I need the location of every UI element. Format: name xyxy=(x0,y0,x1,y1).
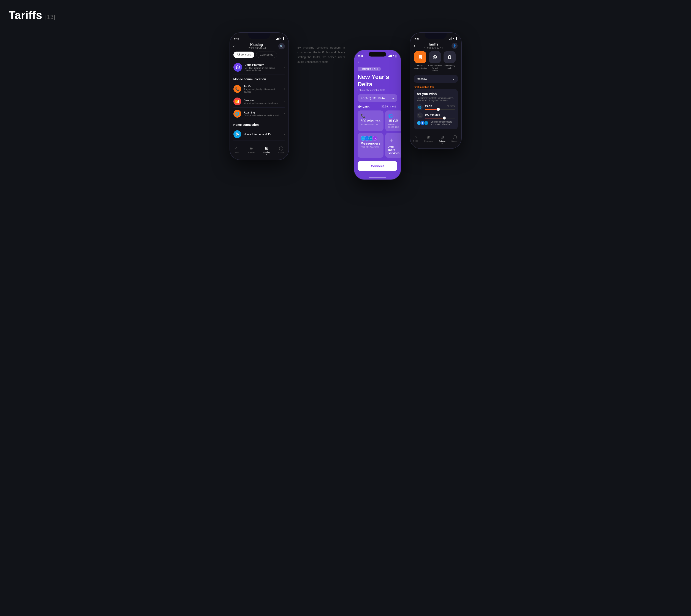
page-title: Tariffs xyxy=(9,9,42,21)
tariff-card: As you wish Customize your tariff: commu… xyxy=(414,89,458,129)
center-description: By providing complete freedom in customi… xyxy=(297,32,345,64)
tab-connected[interactable]: Connected xyxy=(256,51,277,58)
tab-row: All services Connected xyxy=(230,51,289,60)
dropdown-chevron-3: ⌄ xyxy=(453,77,455,81)
home-nav-icon-3: ⌂ xyxy=(415,135,417,139)
katalog-header-center: Katalog +7 968 330-10-44 xyxy=(247,43,266,49)
battery-icon-2: ▐ xyxy=(395,54,396,57)
premium-item[interactable]: Delta Premium 50 GB of Internet, music, … xyxy=(233,60,285,74)
messengers-card: 🐦 f ✈ +9 Messengers Pack of 12 services xyxy=(358,133,384,158)
roaming-text: Roaming On trips to Russia or around the… xyxy=(244,111,280,117)
minutes-slider-track[interactable] xyxy=(425,118,455,118)
tariffs-label: Tariffs xyxy=(244,85,281,88)
page-count: [13] xyxy=(45,14,56,20)
internet-slider-track[interactable] xyxy=(425,109,455,110)
svg-rect-4 xyxy=(448,56,451,59)
internet-icon: 🌐 xyxy=(388,113,399,118)
tariff-card-desc: Customize your tariff: communications, I… xyxy=(417,97,455,102)
phone-select[interactable]: +7 (978) 330-10-44 ⌄ xyxy=(358,94,397,102)
nav-catalog-3[interactable]: ⊞ Catalog xyxy=(439,135,445,144)
back-button-1[interactable]: ‹ xyxy=(233,44,235,48)
minutes-value: 600 minutes xyxy=(361,119,381,123)
cat-mobile-icon xyxy=(414,51,426,63)
minutes-slider-thumb[interactable] xyxy=(443,116,446,119)
list-item-home[interactable]: 📡 Home Internet and TV › xyxy=(233,128,285,140)
tariffs-icon: 📞 xyxy=(233,85,241,93)
nav-support-3[interactable]: ◯ Support xyxy=(451,135,458,144)
support-nav-icon-3: ◯ xyxy=(453,135,457,139)
bar4-3 xyxy=(452,37,452,40)
section-home-heading: Home connection xyxy=(233,120,285,128)
tariff-subtitle: Fabulously favorable tariff xyxy=(354,88,401,94)
back-button-2[interactable]: ‹ xyxy=(358,60,359,64)
messengers-label: Messengers xyxy=(361,141,381,146)
minutes-desc: All calls within CIS xyxy=(361,124,381,126)
phone-katalog: 9:41 ▾ ▐ ‹ Katalog +7 968 330-10-44 🔍 xyxy=(230,32,289,160)
bar2 xyxy=(277,38,278,40)
wifi-icon: ▾ xyxy=(280,37,281,40)
tariff-name: New Year's Delta xyxy=(354,73,401,88)
nav-indicator xyxy=(266,154,267,155)
cat-mobile-label: Mobile communication xyxy=(414,65,427,69)
bar4 xyxy=(279,37,279,40)
back-button-3[interactable]: ‹ xyxy=(414,44,415,48)
nav-expenses-1[interactable]: ◉ Expenses xyxy=(247,146,255,155)
cat-tv[interactable]: Communication, TV and Internet xyxy=(428,51,441,72)
cat-mobile[interactable]: Mobile communication xyxy=(414,51,427,72)
cat-tv-icon xyxy=(429,51,441,63)
katalog-title: Katalog xyxy=(247,43,266,47)
battery-icon-3: ▐ xyxy=(455,37,457,40)
pack-grid: 📞 600 minutes All calls within CIS 🌐 15 … xyxy=(354,110,401,158)
category-icons: Mobile communication Communication, TV a… xyxy=(410,51,461,75)
services-desc: Internet, call management and more xyxy=(244,102,278,105)
city-select[interactable]: Moscow ⌄ xyxy=(414,75,458,83)
minutes-slider-row: 📞 600 minutes xyxy=(417,112,455,118)
list-item-tariffs[interactable]: 📞 Tariffs For yourself, family, children… xyxy=(233,83,285,95)
tab-all-services[interactable]: All services xyxy=(233,51,255,58)
selected-phone: +7 (978) 330-10-44 xyxy=(361,96,385,100)
phone3-center: Tariffs +7 968 330-10-44 xyxy=(424,43,443,49)
nav-indicator-3 xyxy=(442,143,442,144)
wifi-icon-3: ▾ xyxy=(453,37,454,40)
internet-desc: Without speed limit xyxy=(388,124,399,128)
pack-price: $9.99 / month xyxy=(381,105,397,108)
premium-name: Delta Premium xyxy=(245,63,281,66)
bar1-3 xyxy=(449,39,449,40)
nav-support-1[interactable]: ◯ Support xyxy=(278,146,285,155)
add-services-card[interactable]: ＋ Add more services xyxy=(385,133,401,158)
nav-expenses-3[interactable]: ◉ Expenses xyxy=(424,135,433,144)
phone3-header: ‹ Tariffs +7 968 330-10-44 👤 xyxy=(410,41,461,51)
messengers-desc: Pack of 12 services xyxy=(361,146,381,148)
messenger-icons-small: 🐦 f ✈ xyxy=(417,121,428,125)
roaming-desc: On trips to Russia or around the world xyxy=(244,114,280,117)
minutes-slider-icon: 📞 xyxy=(417,112,423,118)
nav-home-1[interactable]: ⌂ Home xyxy=(234,146,239,155)
home-nav-icon: ⌂ xyxy=(235,146,237,150)
nav-home-3[interactable]: ⌂ Home xyxy=(413,135,418,144)
connect-button[interactable]: Connect xyxy=(358,161,397,171)
services-label: Services xyxy=(244,98,278,102)
cat-watch[interactable]: For watching mode xyxy=(443,51,456,72)
internet-slider-thumb[interactable] xyxy=(437,108,440,111)
internet-slider-row: 🌐 15 GB 40 mb/s xyxy=(417,104,455,110)
nav-home-label-3: Home xyxy=(413,140,418,142)
bar1-2 xyxy=(389,56,389,57)
list-item-services[interactable]: 📶 Services Internet, call management and… xyxy=(233,95,285,108)
svg-rect-1 xyxy=(419,59,421,59)
dropdown-chevron: ⌄ xyxy=(392,96,394,100)
search-button[interactable]: 🔍 xyxy=(278,43,285,49)
minutes-icon: 📞 xyxy=(361,113,381,118)
status-icons-1: ▾ ▐ xyxy=(276,37,284,40)
status-time-2: 9:41 xyxy=(358,54,363,57)
services-text: Services Internet, call management and m… xyxy=(244,98,278,105)
nav-support-label: Support xyxy=(278,151,285,153)
phone3-title: Tariffs xyxy=(424,43,443,46)
services-chevron: › xyxy=(284,100,285,103)
list-item-roaming[interactable]: 🌐 Roaming On trips to Russia or around t… xyxy=(233,108,285,120)
user-button[interactable]: 👤 xyxy=(452,43,458,49)
promo-label: First month is free xyxy=(410,86,461,89)
roaming-label: Roaming xyxy=(244,111,280,114)
home-label: Home Internet and TV xyxy=(244,133,271,136)
nav-catalog-1[interactable]: ⊞ Catalog xyxy=(263,146,270,155)
signal-icon xyxy=(276,37,279,40)
